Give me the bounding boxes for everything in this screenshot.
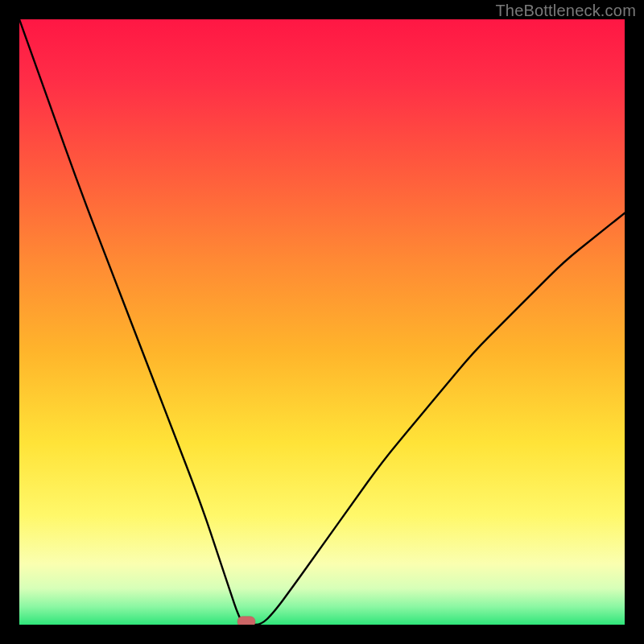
gradient-background — [19, 19, 625, 625]
watermark-text: TheBottleneck.com — [495, 2, 636, 20]
optimum-marker — [237, 617, 255, 625]
plot-area — [19, 19, 625, 625]
chart-frame: TheBottleneck.com — [0, 0, 644, 644]
chart-svg — [19, 19, 625, 625]
